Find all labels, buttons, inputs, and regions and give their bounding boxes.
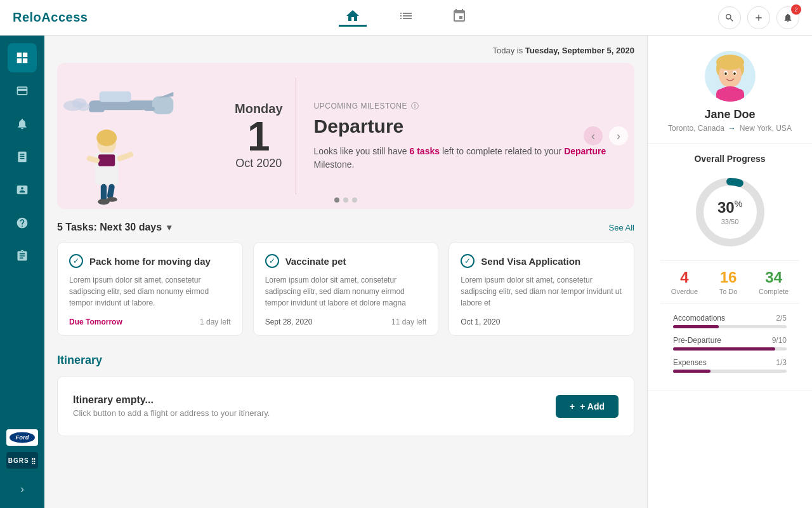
sidebar-item-book[interactable] <box>8 142 37 171</box>
center-nav <box>339 8 473 27</box>
cat-count-1: 9/10 <box>772 336 787 345</box>
itinerary-empty-title: Itinerary empty... <box>73 394 270 406</box>
task-desc-0: Lorem ipsum dolor sit amet, consetetur s… <box>69 274 231 309</box>
donut-fraction: 33/50 <box>717 218 742 225</box>
sidebar-toggle[interactable]: › <box>8 478 37 500</box>
nav-calendar[interactable] <box>445 8 473 27</box>
hero-nav-prev[interactable]: ‹ <box>584 126 603 145</box>
nav-icons: 2 <box>718 6 799 29</box>
cat-bar-2 <box>673 370 787 373</box>
category-section: Accomodations 2/5 Pre-Departure 9/10 <box>660 314 799 373</box>
cat-name-2: Expenses <box>673 358 707 367</box>
stat-todo-label: To Do <box>719 288 738 295</box>
check-icon-0: ✓ <box>69 254 83 268</box>
user-destination: New York, USA <box>740 124 792 133</box>
notifications-button[interactable]: 2 <box>776 6 799 29</box>
main-layout: Ford BGRS ⣿ › Today is Tuesday, Septembe… <box>0 36 812 508</box>
stat-overdue-num: 4 <box>671 269 698 286</box>
svg-rect-30 <box>716 89 744 102</box>
donut-container: 30% 33/50 <box>660 174 799 250</box>
svg-rect-7 <box>145 107 155 111</box>
hero-day-num: 1 <box>235 116 283 157</box>
carousel-dots <box>334 197 357 203</box>
tasks-title: 5 Tasks: Next 30 days ▾ <box>57 222 171 233</box>
task-card-header-0: ✓ Pack home for moving day <box>69 254 231 268</box>
dot-3[interactable] <box>352 197 357 203</box>
task-name-0: Pack home for moving day <box>89 256 211 267</box>
route-arrow: → <box>728 124 736 133</box>
cat-item-2: Expenses 1/3 <box>673 358 787 373</box>
stat-overdue: 4 Overdue <box>671 269 698 295</box>
dot-2[interactable] <box>343 197 348 203</box>
task-cards: ✓ Pack home for moving day Lorem ipsum d… <box>57 242 634 336</box>
stats-row: 4 Overdue 16 To Do 34 Complete <box>660 260 799 304</box>
svg-point-24 <box>716 55 744 70</box>
user-route: Toronto, Canada → New York, USA <box>660 124 799 133</box>
tasks-header: 5 Tasks: Next 30 days ▾ See All <box>57 222 634 233</box>
sidebar-item-dashboard[interactable] <box>8 43 37 72</box>
check-icon-1: ✓ <box>265 254 279 268</box>
stat-complete-num: 34 <box>759 269 789 286</box>
app-logo: ReloAccess <box>13 10 88 25</box>
svg-point-18 <box>107 197 117 201</box>
itinerary-empty-text: Itinerary empty... Click button to add a… <box>73 394 270 418</box>
sidebar-item-card[interactable] <box>8 76 37 105</box>
progress-section: Overall Progress 30% 33/50 4 <box>648 144 812 391</box>
svg-rect-3 <box>152 97 173 114</box>
stat-overdue-label: Overdue <box>671 288 698 295</box>
task-days-0: 1 day left <box>200 318 231 326</box>
hero-carousel: Monday 1 Oct 2020 UPCOMING MILESTONE ⓘ D… <box>57 63 634 209</box>
dot-1[interactable] <box>334 197 339 203</box>
task-name-1: Vaccinate pet <box>285 256 346 267</box>
hero-date: Monday 1 Oct 2020 <box>222 102 296 170</box>
task-card-header-1: ✓ Vaccinate pet <box>265 254 427 268</box>
add-button[interactable] <box>747 6 770 29</box>
task-footer-0: Due Tomorrow 1 day left <box>69 318 231 326</box>
cat-item-1: Pre-Departure 9/10 <box>673 336 787 351</box>
tasks-title-text: 5 Tasks: Next 30 days <box>57 222 162 233</box>
airplane-svg <box>57 69 184 126</box>
cat-name-0: Accomodations <box>673 314 725 323</box>
hero-month-year: Oct 2020 <box>235 157 283 170</box>
avatar-svg <box>705 51 756 102</box>
hero-nav-next[interactable]: › <box>609 126 628 145</box>
stat-todo-num: 16 <box>719 269 738 286</box>
tasks-count-highlight: 6 tasks <box>410 146 440 156</box>
ford-logo: Ford <box>6 429 38 446</box>
hero-title: Departure <box>314 116 617 137</box>
see-all-link[interactable]: See All <box>609 223 634 232</box>
itinerary-title: Itinerary <box>57 354 634 367</box>
itinerary-add-button[interactable]: + + Add <box>556 395 619 418</box>
task-card-1: ✓ Vaccinate pet Lorem ipsum dolor sit am… <box>253 242 439 336</box>
cat-fill-2 <box>673 370 710 373</box>
svg-rect-5 <box>100 91 131 102</box>
hero-desc: Looks like you still have 6 tasks left t… <box>314 145 617 171</box>
itinerary-empty-desc: Click button to add a flight or address … <box>73 408 270 418</box>
sidebar-item-bell[interactable] <box>8 109 37 138</box>
cat-count-2: 1/3 <box>776 358 787 367</box>
date-header: Today is Tuesday, September 5, 2020 <box>57 46 634 55</box>
svg-rect-16 <box>107 184 115 199</box>
info-icon: ⓘ <box>411 101 419 112</box>
cat-header-1: Pre-Departure 9/10 <box>673 336 787 345</box>
today-prefix: Today is <box>492 46 523 55</box>
right-panel: Jane Doe Toronto, Canada → New York, USA… <box>647 36 812 508</box>
sidebar-item-idcard[interactable] <box>8 175 37 204</box>
search-button[interactable] <box>718 6 741 29</box>
svg-point-12 <box>96 130 117 146</box>
sidebar-item-clipboard[interactable] <box>8 241 37 271</box>
tasks-dropdown-icon[interactable]: ▾ <box>167 222 171 232</box>
svg-point-28 <box>733 72 736 75</box>
sidebar-item-help[interactable] <box>8 208 37 237</box>
nav-home[interactable] <box>339 8 367 27</box>
today-date: Tuesday, September 5, 2020 <box>525 46 634 55</box>
itinerary-empty: Itinerary empty... Click button to add a… <box>57 376 634 436</box>
stat-complete: 34 Complete <box>759 269 789 295</box>
donut-percent: 30% <box>717 199 742 217</box>
sidebar: Ford BGRS ⣿ › <box>0 36 44 508</box>
stat-todo: 16 To Do <box>719 269 738 295</box>
progress-title: Overall Progress <box>660 154 799 164</box>
nav-list[interactable] <box>392 8 420 27</box>
sidebar-bottom: Ford BGRS ⣿ › <box>6 429 38 500</box>
milestone-word: Departure <box>564 146 606 156</box>
